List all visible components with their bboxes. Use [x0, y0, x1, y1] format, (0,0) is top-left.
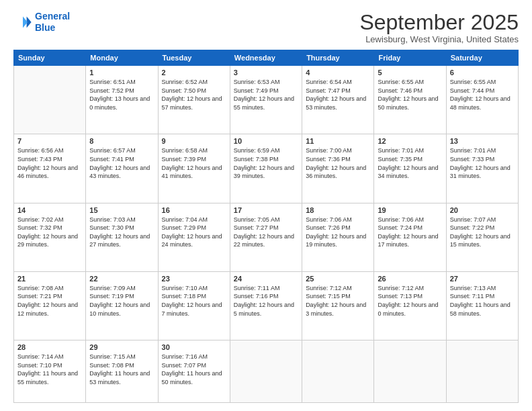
- header-monday: Monday: [86, 50, 158, 66]
- day-number: 10: [234, 137, 298, 145]
- day-info: Sunrise: 6:52 AM Sunset: 7:50 PM Dayligh…: [162, 78, 226, 111]
- table-row: [230, 340, 302, 403]
- header-friday: Friday: [374, 50, 446, 66]
- table-row: 4Sunrise: 6:54 AM Sunset: 7:47 PM Daylig…: [302, 66, 374, 134]
- table-row: 9Sunrise: 6:58 AM Sunset: 7:39 PM Daylig…: [158, 134, 230, 203]
- table-row: 14Sunrise: 7:02 AM Sunset: 7:32 PM Dayli…: [14, 203, 86, 271]
- month-title: September 2025: [359, 11, 519, 34]
- day-number: 13: [450, 137, 515, 145]
- day-number: 28: [17, 343, 82, 351]
- calendar-week-row: 1Sunrise: 6:51 AM Sunset: 7:52 PM Daylig…: [14, 66, 519, 134]
- day-number: 7: [17, 137, 82, 145]
- day-number: 25: [306, 275, 370, 283]
- table-row: 1Sunrise: 6:51 AM Sunset: 7:52 PM Daylig…: [86, 66, 158, 134]
- table-row: 25Sunrise: 7:12 AM Sunset: 7:15 PM Dayli…: [302, 271, 374, 340]
- logo: General Blue: [13, 11, 70, 34]
- day-info: Sunrise: 7:08 AM Sunset: 7:21 PM Dayligh…: [17, 284, 82, 318]
- day-info: Sunrise: 7:02 AM Sunset: 7:32 PM Dayligh…: [17, 216, 82, 249]
- table-row: 26Sunrise: 7:12 AM Sunset: 7:13 PM Dayli…: [374, 271, 446, 340]
- day-number: 27: [450, 275, 515, 283]
- calendar-week-row: 21Sunrise: 7:08 AM Sunset: 7:21 PM Dayli…: [14, 271, 519, 340]
- day-number: 11: [306, 137, 370, 145]
- day-info: Sunrise: 7:06 AM Sunset: 7:24 PM Dayligh…: [378, 216, 442, 249]
- table-row: [446, 340, 518, 403]
- day-number: 22: [89, 275, 154, 283]
- table-row: 22Sunrise: 7:09 AM Sunset: 7:19 PM Dayli…: [86, 271, 158, 340]
- day-info: Sunrise: 6:53 AM Sunset: 7:49 PM Dayligh…: [234, 78, 298, 111]
- day-number: 9: [162, 137, 226, 145]
- day-info: Sunrise: 7:12 AM Sunset: 7:13 PM Dayligh…: [378, 284, 442, 318]
- table-row: 18Sunrise: 7:06 AM Sunset: 7:26 PM Dayli…: [302, 203, 374, 271]
- calendar-table: Sunday Monday Tuesday Wednesday Thursday…: [13, 50, 519, 403]
- day-info: Sunrise: 6:55 AM Sunset: 7:44 PM Dayligh…: [450, 78, 515, 111]
- day-info: Sunrise: 7:01 AM Sunset: 7:33 PM Dayligh…: [450, 146, 515, 180]
- table-row: 8Sunrise: 6:57 AM Sunset: 7:41 PM Daylig…: [86, 134, 158, 203]
- day-info: Sunrise: 7:15 AM Sunset: 7:08 PM Dayligh…: [89, 353, 154, 386]
- day-info: Sunrise: 6:59 AM Sunset: 7:38 PM Dayligh…: [234, 146, 298, 180]
- calendar-week-row: 28Sunrise: 7:14 AM Sunset: 7:10 PM Dayli…: [14, 340, 519, 403]
- day-number: 26: [378, 275, 442, 283]
- day-number: 23: [162, 275, 226, 283]
- table-row: 10Sunrise: 6:59 AM Sunset: 7:38 PM Dayli…: [230, 134, 302, 203]
- table-row: 3Sunrise: 6:53 AM Sunset: 7:49 PM Daylig…: [230, 66, 302, 134]
- table-row: 24Sunrise: 7:11 AM Sunset: 7:16 PM Dayli…: [230, 271, 302, 340]
- day-number: 8: [89, 137, 154, 145]
- day-number: 14: [17, 206, 82, 214]
- header-saturday: Saturday: [446, 50, 518, 66]
- table-row: 30Sunrise: 7:16 AM Sunset: 7:07 PM Dayli…: [158, 340, 230, 403]
- day-number: 16: [162, 206, 226, 214]
- header-wednesday: Wednesday: [230, 50, 302, 66]
- day-number: 24: [234, 275, 298, 283]
- day-info: Sunrise: 7:16 AM Sunset: 7:07 PM Dayligh…: [162, 353, 226, 386]
- day-number: 17: [234, 206, 298, 214]
- header-sunday: Sunday: [14, 50, 86, 66]
- day-info: Sunrise: 7:00 AM Sunset: 7:36 PM Dayligh…: [306, 146, 370, 180]
- day-number: 21: [17, 275, 82, 283]
- day-info: Sunrise: 6:56 AM Sunset: 7:43 PM Dayligh…: [17, 146, 82, 180]
- day-info: Sunrise: 7:13 AM Sunset: 7:11 PM Dayligh…: [450, 284, 515, 318]
- day-info: Sunrise: 7:06 AM Sunset: 7:26 PM Dayligh…: [306, 216, 370, 249]
- header-tuesday: Tuesday: [158, 50, 230, 66]
- day-number: 2: [162, 68, 226, 77]
- table-row: [14, 66, 86, 134]
- table-row: 28Sunrise: 7:14 AM Sunset: 7:10 PM Dayli…: [14, 340, 86, 403]
- day-info: Sunrise: 7:12 AM Sunset: 7:15 PM Dayligh…: [306, 284, 370, 318]
- day-number: 19: [378, 206, 442, 214]
- day-number: 1: [89, 68, 154, 77]
- day-info: Sunrise: 6:54 AM Sunset: 7:47 PM Dayligh…: [306, 78, 370, 111]
- header: General Blue September 2025 Lewisburg, W…: [13, 11, 519, 44]
- table-row: 19Sunrise: 7:06 AM Sunset: 7:24 PM Dayli…: [374, 203, 446, 271]
- table-row: 23Sunrise: 7:10 AM Sunset: 7:18 PM Dayli…: [158, 271, 230, 340]
- day-info: Sunrise: 6:58 AM Sunset: 7:39 PM Dayligh…: [162, 146, 226, 180]
- page: General Blue September 2025 Lewisburg, W…: [0, 0, 532, 411]
- day-number: 6: [450, 68, 515, 77]
- day-info: Sunrise: 7:05 AM Sunset: 7:27 PM Dayligh…: [234, 216, 298, 249]
- day-info: Sunrise: 7:03 AM Sunset: 7:30 PM Dayligh…: [89, 216, 154, 249]
- title-block: September 2025 Lewisburg, West Virginia,…: [359, 11, 519, 44]
- day-number: 3: [234, 68, 298, 77]
- table-row: 2Sunrise: 6:52 AM Sunset: 7:50 PM Daylig…: [158, 66, 230, 134]
- table-row: 5Sunrise: 6:55 AM Sunset: 7:46 PM Daylig…: [374, 66, 446, 134]
- day-info: Sunrise: 7:07 AM Sunset: 7:22 PM Dayligh…: [450, 216, 515, 249]
- day-info: Sunrise: 7:01 AM Sunset: 7:35 PM Dayligh…: [378, 146, 442, 180]
- calendar-header-row: Sunday Monday Tuesday Wednesday Thursday…: [14, 50, 519, 66]
- day-info: Sunrise: 6:57 AM Sunset: 7:41 PM Dayligh…: [89, 146, 154, 180]
- day-number: 20: [450, 206, 515, 214]
- day-number: 15: [89, 206, 154, 214]
- table-row: 27Sunrise: 7:13 AM Sunset: 7:11 PM Dayli…: [446, 271, 518, 340]
- header-thursday: Thursday: [302, 50, 374, 66]
- table-row: 11Sunrise: 7:00 AM Sunset: 7:36 PM Dayli…: [302, 134, 374, 203]
- day-info: Sunrise: 7:09 AM Sunset: 7:19 PM Dayligh…: [89, 284, 154, 318]
- table-row: 12Sunrise: 7:01 AM Sunset: 7:35 PM Dayli…: [374, 134, 446, 203]
- day-number: 5: [378, 68, 442, 77]
- day-info: Sunrise: 7:04 AM Sunset: 7:29 PM Dayligh…: [162, 216, 226, 249]
- table-row: 29Sunrise: 7:15 AM Sunset: 7:08 PM Dayli…: [86, 340, 158, 403]
- table-row: 15Sunrise: 7:03 AM Sunset: 7:30 PM Dayli…: [86, 203, 158, 271]
- table-row: 21Sunrise: 7:08 AM Sunset: 7:21 PM Dayli…: [14, 271, 86, 340]
- day-info: Sunrise: 7:11 AM Sunset: 7:16 PM Dayligh…: [234, 284, 298, 318]
- table-row: 20Sunrise: 7:07 AM Sunset: 7:22 PM Dayli…: [446, 203, 518, 271]
- location: Lewisburg, West Virginia, United States: [359, 34, 519, 44]
- day-info: Sunrise: 7:14 AM Sunset: 7:10 PM Dayligh…: [17, 353, 82, 386]
- day-number: 30: [162, 343, 226, 351]
- logo-icon: [13, 13, 32, 32]
